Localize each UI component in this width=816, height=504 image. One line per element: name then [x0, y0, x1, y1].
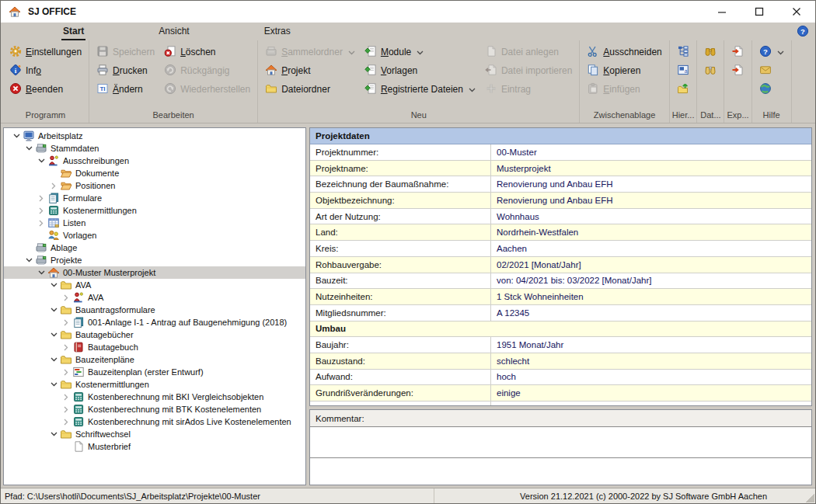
- chevron-expanded-icon[interactable]: [10, 134, 23, 138]
- field-value[interactable]: 1951 Monat/Jahr: [491, 337, 811, 353]
- chevron-expanded-icon[interactable]: [47, 283, 60, 287]
- suchen-button-1[interactable]: [699, 43, 721, 61]
- tab-start[interactable]: Start: [61, 26, 85, 40]
- chevron-collapsed-icon[interactable]: [35, 207, 47, 214]
- field-value[interactable]: 00-Muster: [491, 144, 811, 160]
- field-value[interactable]: Renovierung und Anbau EFH: [491, 176, 811, 192]
- field-row[interactable]: Bauzeit:von: 04/2021 bis: 03/2022 [Monat…: [310, 273, 811, 290]
- chevron-down-icon[interactable]: [417, 47, 424, 57]
- field-value[interactable]: hoch: [491, 370, 811, 385]
- kopieren-button[interactable]: Kopieren: [582, 61, 666, 80]
- chevron-expanded-icon[interactable]: [47, 357, 60, 362]
- tree-item[interactable]: Kostenberechnung mit sirAdos Live Kosten…: [4, 415, 305, 428]
- field-value[interactable]: schlecht: [491, 353, 811, 369]
- chevron-expanded-icon[interactable]: [35, 270, 47, 275]
- projekt-button[interactable]: Projekt: [260, 61, 360, 80]
- loeschen-button[interactable]: Löschen: [159, 43, 255, 61]
- kontakt-button[interactable]: [755, 61, 789, 80]
- field-row[interactable]: Bezeichnung der Baumaßnahme:Renovierung …: [310, 176, 811, 193]
- module-button[interactable]: Module: [360, 43, 480, 61]
- tree-item[interactable]: Projekte: [4, 254, 305, 266]
- beenden-button[interactable]: Beenden: [5, 80, 86, 99]
- field-row[interactable]: Land:Nordrhein-Westfalen: [310, 224, 811, 241]
- tree-item[interactable]: Schriftwechsel: [4, 428, 305, 440]
- tree-item[interactable]: Kostenberechnung mit BTK Kostenelementen: [4, 403, 305, 415]
- export-button-2[interactable]: [727, 61, 748, 80]
- aendern-button[interactable]: TIÄndern: [92, 80, 159, 99]
- drucken-button[interactable]: Drucken: [92, 61, 159, 80]
- vorlagen-button[interactable]: Vorlagen: [360, 61, 480, 80]
- tree-item[interactable]: Bautagebücher: [4, 328, 305, 341]
- field-value[interactable]: 1 Stck Wohneinheiten: [491, 289, 811, 304]
- chevron-expanded-icon[interactable]: [47, 332, 60, 337]
- tree-item[interactable]: AVA: [4, 291, 305, 304]
- chevron-down-icon[interactable]: [469, 84, 476, 95]
- field-value[interactable]: einige: [491, 385, 811, 401]
- chevron-collapsed-icon[interactable]: [60, 406, 72, 413]
- tree-item[interactable]: Bautagebuch: [4, 341, 305, 353]
- tree-item[interactable]: Dokumente: [4, 167, 305, 179]
- tree-item[interactable]: 00-Muster Musterprojekt: [4, 266, 305, 279]
- chevron-collapsed-icon[interactable]: [60, 419, 72, 426]
- info-button[interactable]: iInfo: [5, 61, 86, 80]
- chevron-expanded-icon[interactable]: [23, 258, 35, 262]
- close-button[interactable]: [778, 1, 815, 23]
- tree-item[interactable]: Ablage: [4, 242, 305, 254]
- tree-item[interactable]: Stammdaten: [4, 142, 305, 155]
- tree-item[interactable]: Ausschreibungen: [4, 155, 305, 167]
- field-row[interactable]: Kreis:Aachen: [310, 241, 811, 257]
- chevron-expanded-icon[interactable]: [47, 432, 60, 436]
- internet-button[interactable]: [755, 80, 789, 99]
- tree-item[interactable]: Listen: [4, 217, 305, 229]
- field-row[interactable]: Baujahr:1951 Monat/Jahr: [310, 337, 811, 353]
- field-row[interactable]: Objektbezeichnung:Renovierung und Anbau …: [310, 193, 811, 209]
- tree-item[interactable]: 001-Anlage I-1 - Antrag auf Baugenehmigu…: [4, 316, 305, 328]
- field-value[interactable]: Renovierung und Anbau EFH: [491, 193, 811, 208]
- field-row[interactable]: Projektnummer:00-Muster: [310, 144, 811, 161]
- diagramm-button[interactable]: a: [672, 61, 694, 80]
- field-row[interactable]: Nutzeinheiten:1 Stck Wohneinheiten: [310, 289, 811, 305]
- field-value[interactable]: Wohnhaus: [491, 209, 811, 224]
- einstellungen-button[interactable]: Einstellungen: [5, 43, 86, 61]
- field-value[interactable]: nein: [491, 401, 811, 406]
- comment-input-1[interactable]: [310, 426, 811, 457]
- export-button-1[interactable]: [727, 43, 748, 61]
- hierarchie-button[interactable]: [672, 43, 694, 61]
- field-value[interactable]: Aachen: [491, 241, 811, 256]
- suchen-button-2[interactable]: [699, 61, 721, 80]
- chevron-collapsed-icon[interactable]: [60, 369, 72, 376]
- hilfe-button[interactable]: ?: [755, 43, 789, 61]
- tree-item[interactable]: AVA: [4, 279, 305, 291]
- minimize-button[interactable]: [703, 1, 741, 23]
- chevron-expanded-icon[interactable]: [23, 146, 35, 151]
- chevron-down-icon[interactable]: [348, 47, 355, 57]
- field-row[interactable]: Bauzustand:schlecht: [310, 353, 811, 370]
- dateiordner-button[interactable]: Dateiordner: [260, 80, 360, 99]
- tree-item[interactable]: Formulare: [4, 192, 305, 204]
- tree-item[interactable]: Kostenberechnung mit BKI Vergleichsobjek…: [4, 391, 305, 403]
- maximize-button[interactable]: [741, 1, 778, 23]
- chevron-collapsed-icon[interactable]: [60, 294, 72, 301]
- field-row[interactable]: Rohbauvergabe:02/2021 [Monat/Jahr]: [310, 257, 811, 273]
- chevron-collapsed-icon[interactable]: [35, 220, 47, 227]
- field-value[interactable]: von: 04/2021 bis: 03/2022 [Monat/Jahr]: [491, 273, 811, 289]
- comment-input-2[interactable]: [310, 457, 811, 485]
- chevron-collapsed-icon[interactable]: [60, 344, 72, 351]
- field-row[interactable]: Aufwand:hoch: [310, 370, 811, 386]
- tree-item[interactable]: Vorlagen: [4, 229, 305, 242]
- field-value[interactable]: A 12345: [491, 305, 811, 321]
- tree-item[interactable]: Arbeitsplatz: [4, 130, 305, 142]
- tree-item[interactable]: Bauzeitenplan (erster Entwurf): [4, 366, 305, 378]
- chevron-collapsed-icon[interactable]: [60, 394, 72, 401]
- chevron-collapsed-icon[interactable]: [35, 195, 47, 202]
- field-row[interactable]: Projektname:Musterprojekt: [310, 161, 811, 177]
- tree-item[interactable]: Kostenermittlungen: [4, 204, 305, 217]
- chevron-expanded-icon[interactable]: [35, 158, 47, 163]
- field-value[interactable]: 02/2021 [Monat/Jahr]: [491, 257, 811, 273]
- tab-ansicht[interactable]: Ansicht: [157, 26, 190, 40]
- field-value[interactable]: Musterprojekt: [491, 161, 811, 176]
- chevron-collapsed-icon[interactable]: [47, 182, 60, 189]
- field-row[interactable]: Gebäudenutzung während der Bauzeit:nein: [310, 401, 811, 406]
- ausschneiden-button[interactable]: Ausschneiden: [582, 43, 666, 61]
- registrierte-dateien-button[interactable]: Registrierte Dateien: [360, 80, 480, 99]
